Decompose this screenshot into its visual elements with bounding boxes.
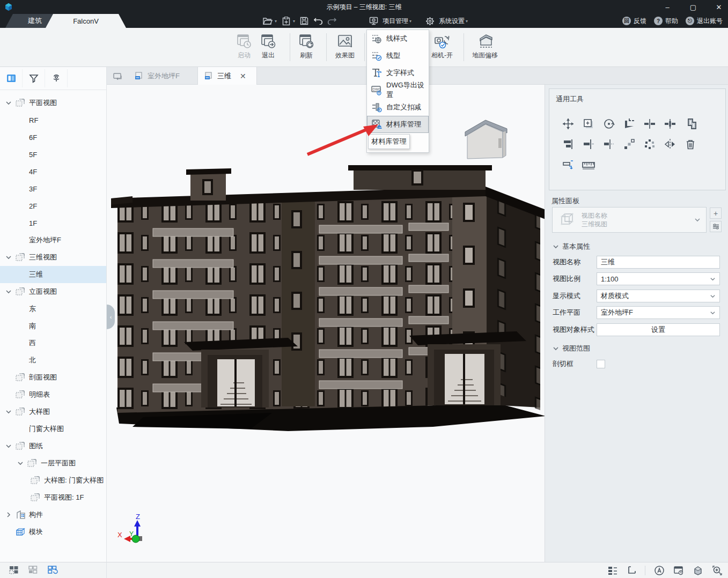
section-view-range[interactable]: 视图范围	[553, 344, 590, 353]
tree-item-2f[interactable]: 2F	[0, 197, 106, 214]
paste-caret-icon[interactable]: ▾	[293, 19, 295, 24]
redo-icon[interactable]	[326, 15, 338, 27]
align-offset-tool-icon[interactable]	[578, 134, 599, 154]
align-edge-tool-icon[interactable]	[599, 134, 619, 154]
mirror-tool-icon[interactable]	[660, 134, 680, 154]
undo-icon[interactable]	[312, 15, 324, 27]
project-management-menu[interactable]: 项目管理 ▾	[367, 14, 413, 28]
tree-item-sheets[interactable]: 图纸	[0, 438, 106, 455]
section-box-label: 剖切框	[553, 359, 597, 369]
open-file-caret-icon[interactable]: ▾	[275, 19, 277, 24]
add-property-button[interactable]: +	[710, 208, 722, 219]
property-filter-button[interactable]	[710, 221, 722, 232]
tree-item-modules[interactable]: 模块	[0, 523, 106, 540]
display-mode-select[interactable]: 材质模式	[597, 290, 720, 302]
type-selector[interactable]: 视图名称 三维视图	[552, 207, 707, 233]
menu-item-dwg-export[interactable]: DWG DWG导出设置	[367, 81, 429, 99]
help-button[interactable]: ?帮助	[654, 17, 678, 26]
menu-item-material-library[interactable]: 材料库管理	[367, 116, 429, 133]
maximize-button[interactable]: ▢	[688, 3, 698, 11]
layout-grid-icon[interactable]	[27, 565, 39, 576]
radial-array-tool-icon[interactable]	[639, 134, 660, 154]
ribbon-tab-falconv[interactable]: FalconV	[46, 14, 126, 28]
tree-item-east[interactable]: 东	[0, 300, 106, 317]
measure-tool-icon[interactable]	[578, 154, 599, 175]
view-tab-site-plan[interactable]: 室外地坪F	[128, 67, 198, 85]
tree-item-rf[interactable]: RF	[0, 112, 106, 129]
open-file-icon[interactable]	[262, 15, 274, 27]
panel-layout-button[interactable]	[0, 69, 23, 87]
layout-single-icon[interactable]	[8, 565, 19, 576]
work-plane-select[interactable]: 室外地坪F	[597, 306, 720, 319]
view-name-input[interactable]	[597, 256, 720, 269]
tree-item-south[interactable]: 南	[0, 317, 106, 335]
switch-windows-button[interactable]	[110, 70, 126, 83]
tree-item-sheet-detail[interactable]: 大样图: 门窗大样图	[0, 472, 106, 489]
tree-item-door-window-detail[interactable]: 门窗大样图	[0, 420, 106, 438]
tree-item-1f[interactable]: 1F	[0, 214, 106, 232]
tree-item-5f[interactable]: 5F	[0, 146, 106, 163]
tree-item-4f[interactable]: 4F	[0, 163, 106, 180]
tree-item-schedules[interactable]: 明细表	[0, 386, 106, 403]
material-library-icon	[371, 119, 382, 130]
menu-item-custom-deduction[interactable]: 自定义扣减	[367, 99, 429, 116]
close-tab-icon[interactable]: ✕	[240, 72, 246, 80]
paste-icon[interactable]	[280, 15, 292, 27]
offset-tool-icon[interactable]	[558, 154, 578, 175]
properties-toggle-icon[interactable]	[607, 566, 618, 575]
array-tool-icon[interactable]	[619, 134, 639, 154]
tree-item-first-floor-sheet[interactable]: 一层平面图	[0, 455, 106, 472]
tree-item-elevation-views[interactable]: 立面视图	[0, 283, 106, 300]
tree-item-3f[interactable]: 3F	[0, 180, 106, 197]
create-similar-tool-icon[interactable]	[680, 114, 701, 134]
split-tool-icon[interactable]	[639, 114, 660, 134]
shaded-mode-icon[interactable]	[693, 565, 703, 576]
copy-tool-icon[interactable]	[578, 114, 599, 134]
annotation-toggle-icon[interactable]	[654, 565, 665, 576]
tree-item-north[interactable]: 北	[0, 352, 106, 369]
save-icon[interactable]	[298, 15, 310, 27]
split-gap-tool-icon[interactable]	[660, 114, 680, 134]
filter-button[interactable]	[23, 69, 45, 87]
move-tool-icon[interactable]	[558, 114, 578, 134]
locate-button[interactable]	[45, 69, 68, 87]
tree-item-plan-views[interactable]: 平面视图	[0, 94, 106, 112]
tree-item-detail-views[interactable]: 大样图	[0, 403, 106, 420]
object-style-settings-button[interactable]: 设置	[597, 323, 720, 336]
camera-toggle-button[interactable]: 相机-开	[425, 32, 459, 63]
tree-item-3d-views[interactable]: 三维视图	[0, 249, 106, 266]
line-style-icon	[371, 33, 382, 44]
crop-region-icon[interactable]	[627, 566, 636, 575]
section-box-checkbox[interactable]	[597, 360, 605, 368]
view-history-icon[interactable]	[673, 566, 684, 575]
system-settings-menu[interactable]: 系统设置 ▾	[424, 14, 469, 28]
exit-button[interactable]: 退出	[253, 32, 284, 63]
minimize-button[interactable]: –	[663, 3, 672, 11]
tree-item-section-views[interactable]: 剖面视图	[0, 369, 106, 386]
view-tab-3d[interactable]: 三维 ✕	[198, 67, 257, 85]
render-image-button[interactable]: 效果图	[329, 32, 361, 63]
menu-item-line-type[interactable]: 线型	[367, 47, 429, 64]
section-basic-properties[interactable]: 基本属性	[553, 242, 590, 251]
refresh-button[interactable]: 刷新	[291, 32, 322, 63]
tree-item-sheet-plan-1f[interactable]: 平面视图: 1F	[0, 489, 106, 506]
model-canvas[interactable]: Z X Y ‹	[107, 85, 545, 562]
rotate-tool-icon[interactable]	[599, 114, 619, 134]
feedback-button[interactable]: 回反馈	[622, 17, 646, 26]
tree-item-3d[interactable]: 三维	[0, 266, 106, 283]
tree-item-site-plan[interactable]: 室外地坪F	[0, 232, 106, 249]
close-button[interactable]: ✕	[714, 3, 724, 11]
tree-item-west[interactable]: 西	[0, 335, 106, 352]
logout-button[interactable]: ⎋退出账号	[686, 17, 723, 26]
tree-item-components[interactable]: 构件	[0, 506, 106, 523]
menu-item-text-style[interactable]: 文字样式	[367, 64, 429, 81]
menu-item-line-style[interactable]: 线样式	[367, 30, 429, 47]
trim-extend-tool-icon[interactable]	[619, 114, 639, 134]
view-scale-select[interactable]: 1:100	[597, 272, 720, 285]
ground-offset-button[interactable]: 地面偏移	[468, 32, 502, 63]
align-tool-icon[interactable]	[558, 134, 578, 154]
delete-tool-icon[interactable]	[680, 134, 701, 154]
layout-reset-icon[interactable]	[46, 565, 59, 576]
zoom-selection-icon[interactable]	[712, 565, 723, 576]
tree-item-6f[interactable]: 6F	[0, 129, 106, 146]
